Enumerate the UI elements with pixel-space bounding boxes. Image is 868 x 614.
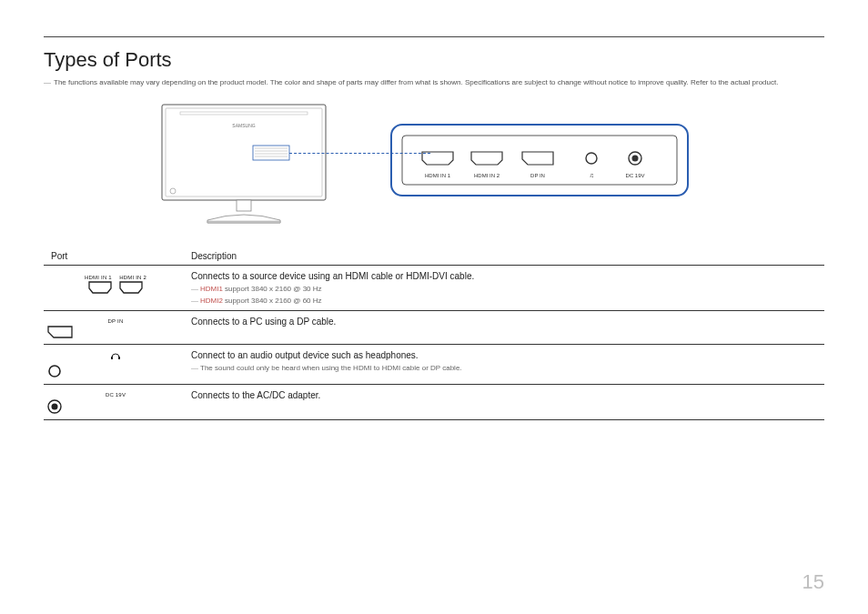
svg-rect-10 [237,200,251,211]
svg-text:HDMI IN 1: HDMI IN 1 [425,173,451,178]
jack-icon [47,364,184,378]
svg-text:HDMI IN 2: HDMI IN 2 [474,173,500,178]
disclaimer-note: ―The functions available may vary depend… [44,77,824,87]
col-port: Port [44,246,187,266]
figure-area: SAMSUNG [153,100,824,227]
svg-rect-11 [207,221,280,223]
svg-rect-22 [111,357,113,359]
svg-text:♫: ♫ [589,172,593,178]
svg-point-14 [586,153,597,164]
dp-icon [47,326,184,338]
svg-text:DC 19V: DC 19V [625,173,644,178]
table-row: DP IN Connects to a PC using a DP cable. [44,311,824,345]
svg-rect-23 [118,357,120,359]
col-desc: Description [187,246,824,266]
hdmi-icon [88,281,112,294]
ports-table: Port Description HDMI IN 1 HDMI IN 2 Con… [44,246,824,420]
port-panel-zoom: HDMI IN 1 HDMI IN 2 DP IN ♫ DC 19V [389,123,690,205]
page-title: Types of Ports [44,48,824,72]
monitor-rear-illustration: SAMSUNG [153,100,335,227]
svg-text:DP IN: DP IN [530,173,545,178]
hdmi-icon [119,281,143,294]
svg-text:SAMSUNG: SAMSUNG [232,123,255,128]
svg-point-26 [52,404,58,410]
table-row: Connect to an audio output device such a… [44,345,824,385]
table-row: HDMI IN 1 HDMI IN 2 Connects to a source… [44,266,824,311]
svg-point-16 [632,156,639,162]
headphone-icon [47,352,184,362]
page-number: 15 [802,570,824,594]
svg-rect-4 [253,146,289,160]
table-row: DC 19V Connects to the AC/DC adapter. [44,385,824,420]
svg-point-24 [49,366,60,377]
dc-icon [47,399,184,414]
